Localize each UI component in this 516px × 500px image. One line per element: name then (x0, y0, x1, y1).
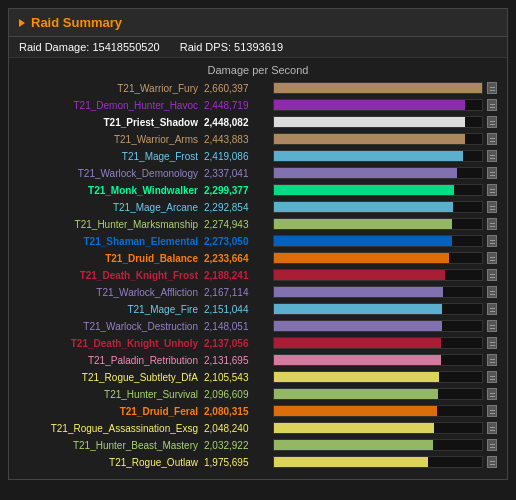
bar-track (273, 337, 483, 349)
table-row: T21_Druid_Balance 2,233,664 (19, 250, 497, 266)
bar-fill (274, 338, 441, 348)
bar-label: T21_Warrior_Fury (19, 83, 204, 94)
raid-damage-stat: Raid Damage: 15418550520 (19, 41, 160, 53)
bar-label: T21_Shaman_Elemental (19, 236, 204, 247)
bar-value: 2,274,943 (204, 219, 269, 230)
bars-container: T21_Warrior_Fury 2,660,397 T21_Demon_Hun… (9, 80, 507, 479)
bar-label: T21_Hunter_Beast_Mastery (19, 440, 204, 451)
bar-value: 2,660,397 (204, 83, 269, 94)
bar-value: 2,105,543 (204, 372, 269, 383)
table-row: T21_Death_Knight_Unholy 2,137,056 (19, 335, 497, 351)
bar-handle[interactable] (487, 133, 497, 145)
bar-handle[interactable] (487, 337, 497, 349)
bar-value: 2,337,041 (204, 168, 269, 179)
bar-value: 1,975,695 (204, 457, 269, 468)
collapse-icon[interactable] (19, 19, 25, 27)
bar-handle[interactable] (487, 371, 497, 383)
bar-handle[interactable] (487, 167, 497, 179)
bar-value: 2,131,695 (204, 355, 269, 366)
bar-fill (274, 321, 442, 331)
table-row: T21_Warlock_Destruction 2,148,051 (19, 318, 497, 334)
bar-fill (274, 236, 452, 246)
table-row: T21_Mage_Arcane 2,292,854 (19, 199, 497, 215)
bar-track (273, 218, 483, 230)
bar-handle[interactable] (487, 456, 497, 468)
bar-handle[interactable] (487, 422, 497, 434)
bar-fill (274, 100, 465, 110)
bar-track (273, 99, 483, 111)
bar-value: 2,032,922 (204, 440, 269, 451)
table-row: T21_Warrior_Arms 2,443,883 (19, 131, 497, 147)
bar-wrapper: 2,131,695 (204, 354, 497, 366)
bar-handle[interactable] (487, 388, 497, 400)
bar-track (273, 150, 483, 162)
bar-handle[interactable] (487, 116, 497, 128)
table-row: T21_Priest_Shadow 2,448,082 (19, 114, 497, 130)
table-row: T21_Druid_Feral 2,080,315 (19, 403, 497, 419)
bar-fill (274, 151, 463, 161)
bar-track (273, 303, 483, 315)
table-row: T21_Demon_Hunter_Havoc 2,448,719 (19, 97, 497, 113)
bar-value: 2,151,044 (204, 304, 269, 315)
bar-label: T21_Mage_Frost (19, 151, 204, 162)
table-row: T21_Shaman_Elemental 2,273,050 (19, 233, 497, 249)
bar-value: 2,080,315 (204, 406, 269, 417)
table-row: T21_Rogue_Outlaw 1,975,695 (19, 454, 497, 470)
bar-handle[interactable] (487, 269, 497, 281)
bar-fill (274, 406, 437, 416)
bar-fill (274, 83, 482, 93)
bar-handle[interactable] (487, 439, 497, 451)
bar-fill (274, 270, 445, 280)
bar-handle[interactable] (487, 303, 497, 315)
bar-track (273, 286, 483, 298)
bar-label: T21_Paladin_Retribution (19, 355, 204, 366)
bar-fill (274, 117, 465, 127)
table-row: T21_Hunter_Survival 2,096,609 (19, 386, 497, 402)
bar-fill (274, 253, 449, 263)
bar-fill (274, 423, 434, 433)
bar-handle[interactable] (487, 252, 497, 264)
bar-wrapper: 2,151,044 (204, 303, 497, 315)
bar-fill (274, 134, 465, 144)
bar-value: 2,096,609 (204, 389, 269, 400)
bar-value: 2,443,883 (204, 134, 269, 145)
bar-handle[interactable] (487, 82, 497, 94)
bar-label: T21_Death_Knight_Unholy (19, 338, 204, 349)
bar-wrapper: 2,299,377 (204, 184, 497, 196)
bar-fill (274, 287, 443, 297)
table-row: T21_Paladin_Retribution 2,131,695 (19, 352, 497, 368)
bar-handle[interactable] (487, 218, 497, 230)
bar-value: 2,448,082 (204, 117, 269, 128)
bar-track (273, 320, 483, 332)
bar-fill (274, 355, 441, 365)
bar-handle[interactable] (487, 235, 497, 247)
bar-wrapper: 2,443,883 (204, 133, 497, 145)
bar-label: T21_Priest_Shadow (19, 117, 204, 128)
bar-handle[interactable] (487, 201, 497, 213)
bar-track (273, 133, 483, 145)
bar-wrapper: 2,419,086 (204, 150, 497, 162)
bar-handle[interactable] (487, 320, 497, 332)
bar-handle[interactable] (487, 99, 497, 111)
bar-fill (274, 185, 454, 195)
bar-label: T21_Hunter_Survival (19, 389, 204, 400)
bar-handle[interactable] (487, 286, 497, 298)
bar-handle[interactable] (487, 150, 497, 162)
bar-label: T21_Druid_Balance (19, 253, 204, 264)
bar-wrapper: 2,080,315 (204, 405, 497, 417)
bar-label: T21_Mage_Arcane (19, 202, 204, 213)
bar-wrapper: 2,273,050 (204, 235, 497, 247)
bar-fill (274, 389, 438, 399)
bar-fill (274, 202, 453, 212)
bar-value: 2,448,719 (204, 100, 269, 111)
bar-wrapper: 2,448,082 (204, 116, 497, 128)
bar-handle[interactable] (487, 405, 497, 417)
bar-handle[interactable] (487, 184, 497, 196)
bar-handle[interactable] (487, 354, 497, 366)
bar-track (273, 354, 483, 366)
bar-value: 2,148,051 (204, 321, 269, 332)
bar-wrapper: 2,148,051 (204, 320, 497, 332)
bar-fill (274, 440, 433, 450)
bar-track (273, 252, 483, 264)
raid-summary-panel: Raid Summary Raid Damage: 15418550520 Ra… (8, 8, 508, 480)
